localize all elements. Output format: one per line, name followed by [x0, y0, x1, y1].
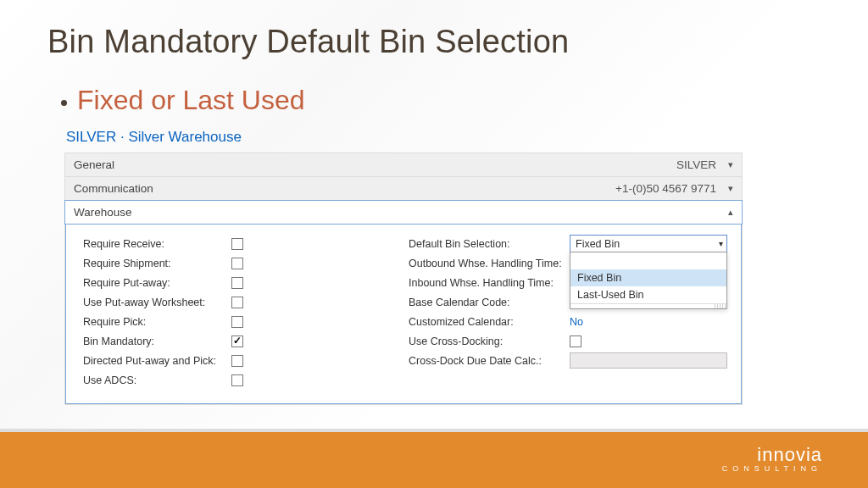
cross-docking-label: Use Cross-Docking:: [409, 336, 570, 347]
section-general-label: General: [74, 158, 114, 171]
chevron-up-icon: ▴: [728, 207, 733, 218]
field-label: Use Put-away Worksheet:: [83, 297, 231, 308]
outbound-label: Outbound Whse. Handling Time:: [409, 258, 570, 269]
chevron-down-icon: ▾: [728, 183, 733, 194]
default-bin-label: Default Bin Selection:: [409, 238, 570, 250]
field-label: Directed Put-away and Pick:: [83, 355, 231, 367]
section-general-summary: SILVER: [676, 158, 716, 171]
footer-bar: innovia CONSULTING: [0, 429, 868, 488]
base-calendar-label: Base Calendar Code:: [409, 297, 570, 308]
inbound-label: Inbound Whse. Handling Time:: [409, 277, 570, 289]
chevron-down-icon: ▾: [728, 159, 733, 170]
subtitle-row: Fixed or Last Used: [61, 85, 305, 116]
bullet-icon: [61, 100, 67, 106]
brand-tagline: CONSULTING: [722, 464, 822, 473]
resize-grip-icon: [570, 303, 726, 308]
customized-calendar-label: Customized Calendar:: [409, 316, 570, 328]
default-bin-dropdown[interactable]: Fixed BinLast-Used Bin: [570, 252, 727, 309]
cross-docking-checkbox[interactable]: [570, 336, 581, 347]
section-communication[interactable]: Communication +1-(0)50 4567 9771 ▾: [65, 177, 742, 201]
checkbox[interactable]: [231, 258, 243, 269]
customized-calendar-value[interactable]: No: [570, 316, 583, 328]
section-communication-summary: +1-(0)50 4567 9771: [615, 182, 716, 195]
checkbox[interactable]: [231, 297, 243, 308]
field-label: Require Shipment:: [83, 258, 231, 269]
warehouse-left-column: Require Receive:Require Shipment:Require…: [83, 234, 383, 390]
page-title: Bin Mandatory Default Bin Selection: [47, 24, 569, 60]
field-label: Require Put-away:: [83, 277, 231, 289]
section-communication-label: Communication: [74, 182, 153, 195]
checkbox[interactable]: [231, 374, 243, 386]
chevron-down-icon: ▾: [719, 239, 723, 248]
dropdown-option-blank[interactable]: [570, 252, 726, 269]
checkbox[interactable]: [231, 316, 243, 328]
record-heading: SILVER · Silver Warehouse: [66, 129, 242, 146]
field-label: Require Receive:: [83, 238, 231, 250]
cross-dock-calc-input: [570, 352, 727, 369]
field-label: Bin Mandatory:: [83, 336, 231, 347]
brand-logo: innovia CONSULTING: [722, 444, 822, 473]
subtitle: Fixed or Last Used: [77, 85, 305, 116]
section-general[interactable]: General SILVER ▾: [65, 153, 742, 177]
field-label: Use ADCS:: [83, 374, 231, 386]
warehouse-card: General SILVER ▾ Communication +1-(0)50 …: [64, 152, 743, 405]
default-bin-value: Fixed Bin: [576, 238, 620, 250]
cross-dock-calc-label: Cross-Dock Due Date Calc.:: [409, 355, 570, 367]
section-warehouse-label: Warehouse: [74, 206, 132, 219]
checkbox[interactable]: [231, 336, 243, 347]
checkbox[interactable]: [231, 355, 243, 367]
dropdown-option[interactable]: Last-Used Bin: [570, 286, 726, 303]
section-warehouse[interactable]: Warehouse ▴: [64, 200, 743, 225]
checkbox[interactable]: [231, 277, 243, 289]
checkbox[interactable]: [231, 238, 243, 250]
warehouse-right-column: Default Bin Selection: Fixed Bin ▾ Outbo…: [409, 234, 727, 390]
brand-name: innovia: [757, 444, 822, 465]
field-label: Require Pick:: [83, 316, 231, 328]
dropdown-option[interactable]: Fixed Bin: [570, 269, 726, 286]
section-warehouse-body: Require Receive:Require Shipment:Require…: [65, 224, 742, 404]
default-bin-select[interactable]: Fixed Bin ▾: [570, 235, 727, 252]
